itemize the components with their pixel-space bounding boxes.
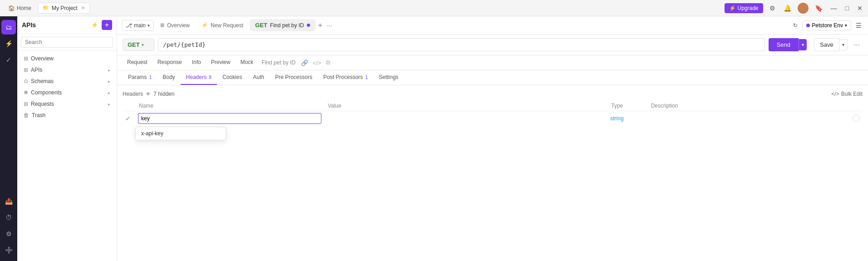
tab-mock[interactable]: Mock [236,55,258,70]
suggestion-dropdown: x-api-key [135,127,226,140]
sidebar-item-settings[interactable]: ⚙ [1,227,16,241]
tab-new-request[interactable]: ⚡ New Request [196,20,249,31]
value-cell [324,111,607,126]
suggestion-item-x-api-key[interactable]: x-api-key [136,127,226,140]
hamburger-icon[interactable]: ☰ [854,20,863,31]
hidden-count: 7 hidden [153,91,174,97]
home-tab[interactable]: 🏠 Home [4,3,36,13]
send-dropdown-button[interactable]: ▾ [799,39,807,50]
row-actions-cell [836,111,863,126]
more-options-button[interactable]: ··· [851,41,863,49]
overview-tab-icon: ⊞ [160,22,164,28]
sub-tab-auth[interactable]: Auth [247,70,270,85]
avatar[interactable] [798,3,809,14]
sidebar-item-invite[interactable]: ➕ [1,243,16,257]
type-value: string [610,115,623,122]
get-badge: GET [128,41,140,48]
main-layout: 🗂 ⚡ ✓ 📤 ⏱ ⚙ ➕ APIs ⚡ + [0,16,868,261]
project-icon: 📁 [43,5,49,11]
search-input[interactable] [21,37,113,48]
nav-item-overview[interactable]: ⊞ Overview [19,53,115,64]
nav-item-label: Requests [31,101,105,107]
save-button[interactable]: Save [814,38,839,51]
tab-info[interactable]: Info [187,55,206,70]
save-dropdown-button[interactable]: ▾ [839,39,848,50]
sidebar-item-apis[interactable]: ⚡ [1,36,16,51]
apis-icon: ⚡ [5,40,13,47]
request-tabs: Request Response Info Preview Mock Find … [117,55,868,70]
nav-sidebar: APIs ⚡ + ⊞ Overview ⊞ APIs ▸ ⊙ Schemas ▸ [17,16,117,261]
col-value: Value [324,101,607,111]
row-action-icon[interactable] [853,115,860,122]
close-icon[interactable]: ✕ [855,3,864,14]
add-tab-button[interactable]: + [316,21,324,30]
sub-tab-body[interactable]: Body [157,70,180,85]
project-tab[interactable]: 📁 My Project ✕ [38,3,90,14]
sidebar-item-briefcase[interactable]: 🗂 [1,20,16,34]
more-tabs-button[interactable]: ··· [325,22,334,29]
nav-item-apis[interactable]: ⊞ APIs ▸ [19,64,115,75]
send-btn-group: Send ▾ [769,38,807,51]
add-nav-button[interactable]: + [102,20,112,30]
upgrade-button[interactable]: ⚡ Upgrade [725,3,763,13]
tab-find-pet[interactable]: GET Find pet by ID [250,19,315,31]
schemas-icon: ⊙ [24,78,28,84]
notifications-icon[interactable]: 🔔 [782,3,793,14]
row-actions [839,115,860,122]
sub-tab-headers[interactable]: Headers 8 [181,70,217,85]
nav-sidebar-title: APIs [22,21,36,29]
nav-tree: ⊞ Overview ⊞ APIs ▸ ⊙ Schemas ▸ ❋ Compon… [17,51,117,261]
row-enabled: ✓ [123,111,135,126]
headers-table: Name Value Type Description ✓ [123,101,863,126]
header-name-input[interactable] [138,113,321,124]
description-cell [647,111,836,126]
tab-overview-label: Overview [167,22,190,29]
project-tab-label: My Project [52,5,78,11]
url-input[interactable] [158,38,765,51]
nav-item-trash[interactable]: 🗑 Trash [19,110,115,121]
settings-icon[interactable]: ⚙ [768,3,777,14]
send-button[interactable]: Send [769,38,799,51]
tab-response[interactable]: Response [153,55,187,70]
filter-icon[interactable]: ⚡ [89,20,100,30]
sub-tab-params[interactable]: Params 1 [123,70,157,85]
sub-tab-pre-processors[interactable]: Pre Processors [270,70,318,85]
link-icon[interactable]: 🔗 [299,59,310,67]
tab-preview[interactable]: Preview [207,55,235,70]
refresh-icon[interactable]: ↻ [791,20,799,30]
method-selector[interactable]: GET ▾ [123,39,154,51]
components-icon: ❋ [24,89,28,96]
nav-search [17,34,117,51]
sidebar-item-history[interactable]: ⏱ [1,210,16,225]
sub-tab-post-processors[interactable]: Post Processors 1 [318,70,373,85]
bookmark-icon[interactable]: 🔖 [813,3,824,14]
sub-tab-settings[interactable]: Settings [373,70,404,85]
upgrade-icon: ⚡ [729,5,736,11]
minimize-icon[interactable]: — [829,3,839,14]
code-icon[interactable]: </> [311,59,323,67]
tab-request[interactable]: Request [123,55,152,70]
copy-icon[interactable]: ⧉ [324,58,332,67]
find-pet-link[interactable]: Find pet by ID [259,56,298,69]
maximize-icon[interactable]: □ [843,3,851,14]
apis-nav-icon: ⊞ [24,67,28,73]
chevron-down-icon: ▾ [148,23,150,28]
env-dot [806,24,810,27]
bulk-edit-button[interactable]: </> Bulk Edit [831,91,863,97]
sidebar-item-share-docs[interactable]: 📤 [1,194,16,208]
nav-item-components[interactable]: ❋ Components ▸ [19,87,115,98]
eye-icon: 👁 [146,91,151,97]
tab-overview[interactable]: ⊞ Overview [155,20,195,31]
request-bar: GET ▾ Send ▾ Save ▾ ··· [117,34,868,55]
invite-icon: ➕ [5,246,13,254]
branch-selector[interactable]: ⎇ main ▾ [122,20,154,31]
nav-item-schemas[interactable]: ⊙ Schemas ▸ [19,76,115,87]
sidebar-item-testing[interactable]: ✓ [1,53,16,67]
headers-title: Headers [123,91,143,97]
sub-tab-cookies[interactable]: Cookies [217,70,247,85]
close-tab-icon[interactable]: ✕ [81,5,85,10]
nav-item-requests[interactable]: ⊞ Requests ▸ [19,98,115,109]
top-bar-right: ⚡ Upgrade ⚙ 🔔 🔖 — □ ✕ [725,3,865,14]
env-selector[interactable]: Petstore Env ▾ [802,20,851,30]
type-cell: string [607,111,647,126]
